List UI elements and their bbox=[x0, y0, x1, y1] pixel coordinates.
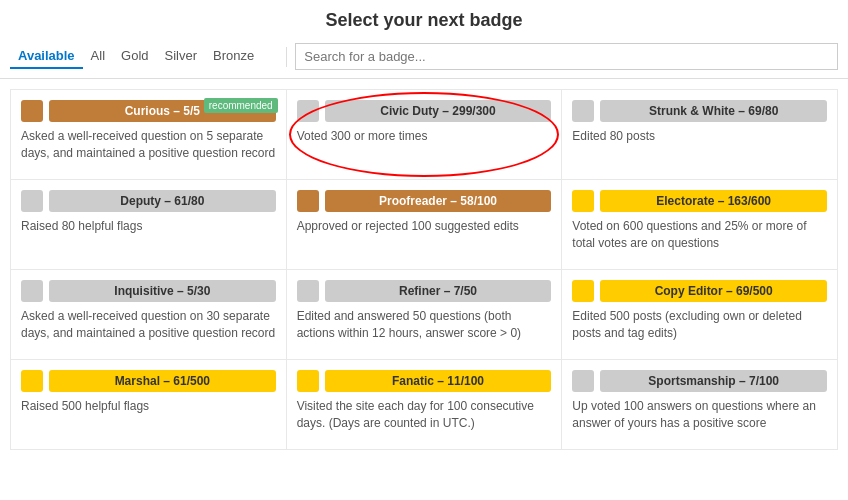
badge-cell[interactable]: Inquisitive – 5/30Asked a well-received … bbox=[11, 270, 287, 360]
badge-cell[interactable]: Deputy – 61/80Raised 80 helpful flags bbox=[11, 180, 287, 270]
badge-description: Edited 500 posts (excluding own or delet… bbox=[572, 308, 827, 342]
badge-description: Edited 80 posts bbox=[572, 128, 827, 145]
badge-icon bbox=[21, 280, 43, 302]
filter-tab-gold[interactable]: Gold bbox=[113, 44, 156, 69]
badge-header: Marshal – 61/500 bbox=[21, 370, 276, 392]
badge-header: Civic Duty – 299/300 bbox=[297, 100, 552, 122]
filter-tab-silver[interactable]: Silver bbox=[157, 44, 206, 69]
badge-header: Sportsmanship – 7/100 bbox=[572, 370, 827, 392]
badge-cell[interactable]: Fanatic – 11/100Visited the site each da… bbox=[287, 360, 563, 450]
filter-tab-all[interactable]: All bbox=[83, 44, 113, 69]
badge-header: Copy Editor – 69/500 bbox=[572, 280, 827, 302]
badge-name: Marshal – 61/500 bbox=[49, 370, 276, 392]
badge-description: Asked a well-received question on 5 sepa… bbox=[21, 128, 276, 162]
badge-name: Inquisitive – 5/30 bbox=[49, 280, 276, 302]
search-input[interactable] bbox=[295, 43, 838, 70]
badge-header: Electorate – 163/600 bbox=[572, 190, 827, 212]
badge-description: Raised 500 helpful flags bbox=[21, 398, 276, 415]
page-title: Select your next badge bbox=[0, 0, 848, 43]
badge-description: Voted 300 or more times bbox=[297, 128, 552, 145]
badge-description: Voted on 600 questions and 25% or more o… bbox=[572, 218, 827, 252]
badge-name: Copy Editor – 69/500 bbox=[600, 280, 827, 302]
badge-cell[interactable]: Proofreader – 58/100Approved or rejected… bbox=[287, 180, 563, 270]
filter-tabs: AvailableAllGoldSilverBronze bbox=[10, 44, 262, 69]
badge-name: Fanatic – 11/100 bbox=[325, 370, 552, 392]
badge-name: Civic Duty – 299/300 bbox=[325, 100, 552, 122]
recommended-label: recommended bbox=[204, 98, 278, 113]
badge-description: Approved or rejected 100 suggested edits bbox=[297, 218, 552, 235]
badge-icon bbox=[21, 100, 43, 122]
badge-name: Deputy – 61/80 bbox=[49, 190, 276, 212]
badge-icon bbox=[21, 190, 43, 212]
badge-name: Sportsmanship – 7/100 bbox=[600, 370, 827, 392]
badge-header: Refiner – 7/50 bbox=[297, 280, 552, 302]
badge-description: Up voted 100 answers on questions where … bbox=[572, 398, 827, 432]
badge-icon bbox=[572, 190, 594, 212]
badge-cell[interactable]: Copy Editor – 69/500Edited 500 posts (ex… bbox=[562, 270, 838, 360]
badge-icon bbox=[297, 280, 319, 302]
badge-icon bbox=[572, 100, 594, 122]
badge-description: Edited and answered 50 questions (both a… bbox=[297, 308, 552, 342]
badge-name: Electorate – 163/600 bbox=[600, 190, 827, 212]
badge-header: Inquisitive – 5/30 bbox=[21, 280, 276, 302]
badge-header: Strunk & White – 69/80 bbox=[572, 100, 827, 122]
divider bbox=[286, 47, 287, 67]
badge-cell[interactable]: Marshal – 61/500Raised 500 helpful flags bbox=[11, 360, 287, 450]
filter-tab-available[interactable]: Available bbox=[10, 44, 83, 69]
badge-header: Fanatic – 11/100 bbox=[297, 370, 552, 392]
badge-cell[interactable]: Strunk & White – 69/80Edited 80 posts bbox=[562, 90, 838, 180]
badge-cell[interactable]: Curious – 5/5Asked a well-received quest… bbox=[11, 90, 287, 180]
badge-description: Asked a well-received question on 30 sep… bbox=[21, 308, 276, 342]
badge-grid: Curious – 5/5Asked a well-received quest… bbox=[10, 89, 838, 450]
badge-description: Raised 80 helpful flags bbox=[21, 218, 276, 235]
badge-icon bbox=[572, 370, 594, 392]
badge-name: Refiner – 7/50 bbox=[325, 280, 552, 302]
badge-icon bbox=[21, 370, 43, 392]
badge-name: Strunk & White – 69/80 bbox=[600, 100, 827, 122]
badge-cell[interactable]: Electorate – 163/600Voted on 600 questio… bbox=[562, 180, 838, 270]
badge-cell[interactable]: Refiner – 7/50Edited and answered 50 que… bbox=[287, 270, 563, 360]
badge-cell[interactable]: Sportsmanship – 7/100Up voted 100 answer… bbox=[562, 360, 838, 450]
badge-header: Deputy – 61/80 bbox=[21, 190, 276, 212]
badge-icon bbox=[297, 370, 319, 392]
badge-icon bbox=[297, 100, 319, 122]
badge-icon bbox=[297, 190, 319, 212]
filter-tab-bronze[interactable]: Bronze bbox=[205, 44, 262, 69]
badge-name: Proofreader – 58/100 bbox=[325, 190, 552, 212]
badge-header: Proofreader – 58/100 bbox=[297, 190, 552, 212]
badge-icon bbox=[572, 280, 594, 302]
badge-description: Visited the site each day for 100 consec… bbox=[297, 398, 552, 432]
filter-bar: AvailableAllGoldSilverBronze bbox=[0, 43, 848, 79]
badge-cell[interactable]: Civic Duty – 299/300Voted 300 or more ti… bbox=[287, 90, 563, 180]
